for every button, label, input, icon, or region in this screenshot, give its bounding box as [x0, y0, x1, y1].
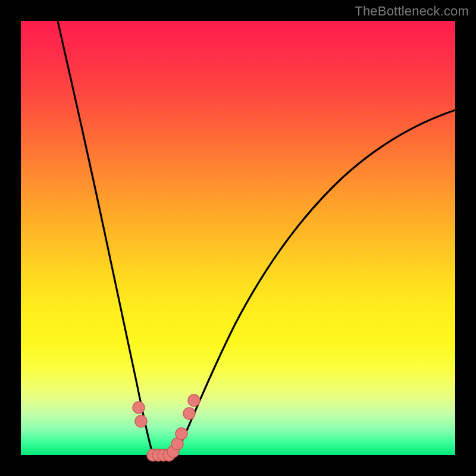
chart-marker [176, 428, 187, 440]
chart-svg [21, 21, 455, 455]
chart-plot-area [21, 21, 455, 455]
watermark-text: TheBottleneck.com [355, 4, 469, 19]
chart-marker [133, 402, 145, 414]
chart-marker [188, 394, 200, 406]
bottleneck-curve-left [58, 21, 153, 455]
chart-marker [135, 415, 147, 427]
chart-marker [183, 408, 195, 419]
chart-frame: TheBottleneck.com [0, 0, 476, 476]
curve-group [58, 21, 455, 455]
marker-group [133, 394, 200, 461]
bottleneck-curve-right [176, 110, 455, 455]
